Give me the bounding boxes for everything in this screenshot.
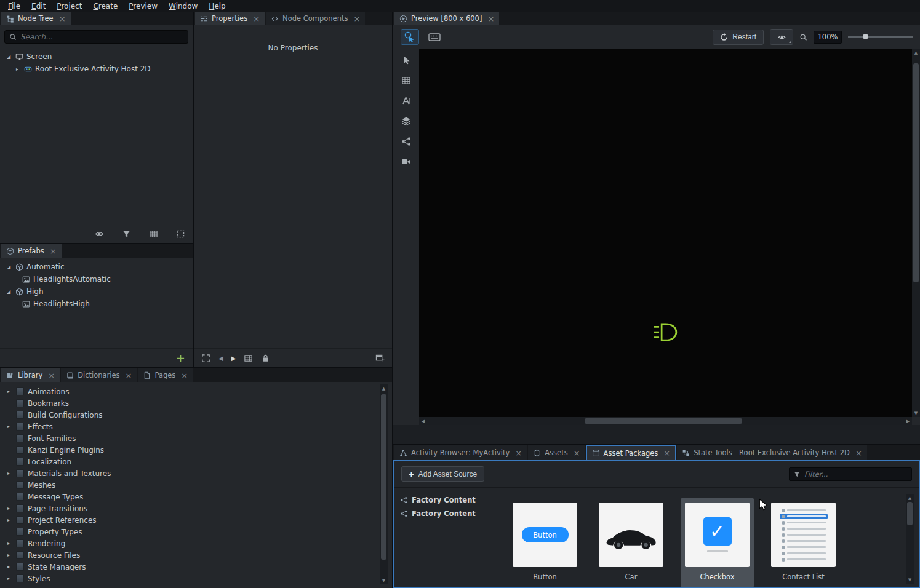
library-item[interactable]: ▸ Font Families: [0, 432, 378, 444]
asset-card-checkbox[interactable]: ✓ Checkbox: [681, 498, 754, 587]
scrollbar-thumb[interactable]: [907, 502, 913, 525]
forward-icon[interactable]: ▶: [231, 355, 236, 362]
bottom-tab[interactable]: Asset Packages ×: [586, 445, 676, 460]
prefab-row-headlights-automatic[interactable]: HeadlightsAutomatic: [0, 273, 193, 285]
restart-button[interactable]: Restart: [713, 30, 764, 45]
asset-card-car[interactable]: Car: [594, 498, 668, 587]
zoom-level-field[interactable]: [814, 31, 842, 44]
menu-item[interactable]: Window: [163, 1, 203, 12]
tab-preview[interactable]: Preview [800 x 600] ×: [394, 12, 499, 25]
scrollbar-thumb[interactable]: [913, 63, 919, 282]
menu-item[interactable]: File: [2, 1, 26, 12]
scroll-up-button[interactable]: ▲: [380, 384, 388, 392]
scroll-down-button[interactable]: ▼: [912, 409, 920, 417]
close-icon[interactable]: ×: [574, 449, 580, 457]
scrollbar-track[interactable]: [906, 502, 914, 576]
scroll-left-button[interactable]: ◀: [419, 417, 427, 425]
tree-row-activity-host[interactable]: ▸ Root Exclusive Activity Host 2D: [0, 63, 193, 75]
select-tool-button[interactable]: [398, 52, 415, 68]
menu-item[interactable]: Preview: [123, 1, 163, 12]
library-item[interactable]: ▸ Page Transitions: [0, 503, 378, 514]
tree-row-screen[interactable]: ◢ Screen: [0, 50, 193, 63]
asset-source-item[interactable]: Factory Content: [394, 507, 500, 520]
close-icon[interactable]: ×: [663, 449, 670, 457]
asset-scrollbar[interactable]: ▲ ▼: [906, 494, 914, 584]
expander-icon[interactable]: ▸: [5, 576, 12, 581]
menu-item[interactable]: Project: [51, 1, 87, 12]
expander-icon[interactable]: ▸: [5, 389, 12, 394]
back-icon[interactable]: ◀: [218, 355, 223, 362]
bottom-tab[interactable]: Assets ×: [528, 445, 585, 460]
library-item[interactable]: ▸ Materials and Textures: [0, 467, 378, 479]
scroll-down-button[interactable]: ▼: [380, 576, 388, 584]
expander-icon[interactable]: ◢: [5, 264, 12, 270]
preview-viewport[interactable]: [419, 49, 912, 417]
prefab-row-headlights-high[interactable]: HeadlightsHigh: [0, 298, 193, 310]
properties-tab[interactable]: Properties ×: [195, 12, 265, 25]
tab-prefabs[interactable]: Prefabs ×: [1, 244, 62, 258]
zoom-slider[interactable]: [848, 29, 913, 45]
close-icon[interactable]: ×: [855, 449, 862, 457]
library-item[interactable]: ▸ Project References: [0, 514, 378, 526]
slider-thumb[interactable]: [863, 34, 868, 39]
asset-card-button[interactable]: Button Button: [508, 498, 582, 587]
nodes-tool-button[interactable]: [398, 133, 415, 149]
library-item[interactable]: ▸ Effects: [0, 421, 378, 432]
interaction-mode-button[interactable]: [401, 29, 419, 45]
library-item[interactable]: ▸ Build Configurations: [0, 409, 378, 421]
library-scrollbar[interactable]: ▲ ▼: [380, 384, 388, 584]
visibility-menu-button[interactable]: [770, 29, 793, 45]
layers-tool-button[interactable]: [398, 113, 415, 129]
filter-input[interactable]: [804, 470, 908, 479]
library-item[interactable]: ▸ Property Types: [0, 526, 378, 538]
preview-vscrollbar[interactable]: ▲ ▼: [912, 49, 920, 417]
tab-node-tree[interactable]: Node Tree ×: [1, 12, 71, 25]
expander-icon[interactable]: ▸: [14, 66, 21, 72]
scrollbar-track[interactable]: [380, 392, 388, 576]
add-prefab-icon[interactable]: [176, 354, 185, 363]
menu-item[interactable]: Edit: [26, 1, 51, 12]
filter-icon[interactable]: [122, 229, 131, 239]
close-icon[interactable]: ×: [515, 449, 522, 457]
library-item[interactable]: ▸ Message Types: [0, 491, 378, 503]
expander-icon[interactable]: ◢: [5, 54, 12, 60]
library-item[interactable]: ▸ Styles: [0, 573, 378, 584]
asset-card-contact-list[interactable]: Contact List: [767, 498, 840, 587]
preview-hscrollbar[interactable]: ◀ ▶: [419, 417, 912, 425]
scrollbar-track[interactable]: [427, 417, 904, 425]
expander-icon[interactable]: ▸: [5, 541, 12, 546]
scrollbar-thumb[interactable]: [381, 394, 386, 560]
keyboard-button[interactable]: [425, 29, 444, 45]
add-panel-icon[interactable]: [375, 354, 385, 363]
library-item[interactable]: ▸ Animations: [0, 386, 378, 397]
grid-view-icon[interactable]: [244, 354, 253, 363]
fit-icon[interactable]: [201, 354, 210, 363]
menu-item[interactable]: Help: [203, 1, 231, 12]
library-item[interactable]: ▸ Localization: [0, 456, 378, 467]
search-input[interactable]: [20, 33, 183, 41]
close-icon[interactable]: ×: [50, 247, 57, 255]
select-frame-icon[interactable]: [176, 229, 185, 239]
close-icon[interactable]: ×: [126, 371, 132, 379]
library-item[interactable]: ▸ Resource Files: [0, 549, 378, 561]
library-item[interactable]: ▸ Meshes: [0, 479, 378, 491]
filter-box[interactable]: [789, 467, 912, 481]
eye-icon[interactable]: [95, 229, 104, 239]
menu-item[interactable]: Create: [87, 1, 123, 12]
camera-tool-button[interactable]: [398, 154, 415, 170]
library-item[interactable]: ▸ Bookmarks: [0, 397, 378, 409]
expander-icon[interactable]: ▸: [5, 564, 12, 570]
library-item[interactable]: ▸ Kanzi Engine Plugins: [0, 444, 378, 456]
close-icon[interactable]: ×: [59, 15, 66, 23]
expander-icon[interactable]: ▸: [5, 552, 12, 558]
expander-icon[interactable]: ◢: [5, 289, 12, 295]
expander-icon[interactable]: ▸: [5, 424, 12, 429]
grid-view-icon[interactable]: [149, 229, 158, 239]
close-icon[interactable]: ×: [353, 15, 360, 23]
bottom-tab[interactable]: State Tools - Root Exclusive Activity Ho…: [677, 445, 867, 460]
grid-tool-button[interactable]: [398, 73, 415, 89]
bottom-tab[interactable]: Activity Browser: MyActivity ×: [394, 445, 527, 460]
library-tab[interactable]: Library ×: [1, 368, 60, 382]
lock-icon[interactable]: [261, 354, 270, 363]
add-asset-source-button[interactable]: + Add Asset Source: [401, 466, 484, 482]
